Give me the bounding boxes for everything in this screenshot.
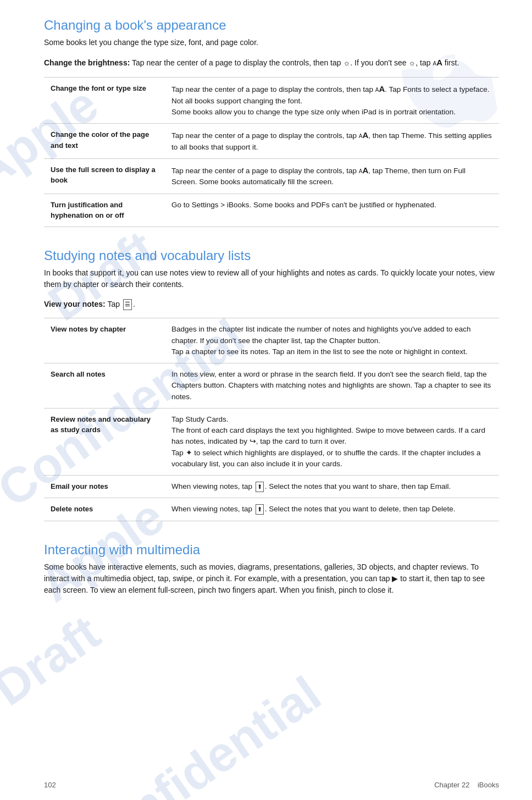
row-content: Tap near the center of a page to display… — [165, 158, 499, 194]
row-label: Email your notes — [44, 476, 165, 498]
brightness-label: Change the brightness: — [44, 58, 130, 67]
bookmark-icon: ☰ — [123, 299, 132, 310]
row-content: Tap near the center of a page to display… — [165, 78, 499, 124]
share-icon: ⬆ — [256, 482, 264, 492]
share-icon-2: ⬆ — [256, 504, 264, 515]
section2-title: Studying notes and vocabulary lists — [44, 247, 499, 264]
row-content: When viewing notes, tap ⬆. Select the no… — [165, 498, 499, 521]
page-number: 102 — [44, 781, 56, 789]
table-row: Turn justification and hyphenation on or… — [44, 194, 499, 227]
table-row: Search all notes In notes view, enter a … — [44, 363, 499, 409]
section2: Studying notes and vocabulary lists In b… — [44, 247, 499, 521]
section1-title: Changing a book's appearance — [44, 16, 499, 34]
chapter-name: iBooks — [478, 781, 499, 789]
row-content: Tap near the center of a page to display… — [165, 124, 499, 159]
section3: Interacting with multimedia Some books h… — [44, 541, 499, 596]
brightness-text: Tap near the center of a page to display… — [132, 58, 459, 67]
table-row: View notes by chapter Badges in the chap… — [44, 318, 499, 363]
view-notes-label: View your notes: — [44, 300, 106, 308]
table-row: Review notes and vocabulary as study car… — [44, 408, 499, 475]
row-label: View notes by chapter — [44, 318, 165, 363]
view-notes-text: Tap ☰. — [107, 300, 135, 308]
chapter-label: Chapter 22 — [434, 781, 469, 789]
row-label: Delete notes — [44, 498, 165, 521]
row-label: Change the color of the page and text — [44, 124, 165, 159]
section3-intro: Some books have interactive elements, su… — [44, 561, 499, 596]
row-label: Turn justification and hyphenation on or… — [44, 194, 165, 227]
row-label: Search all notes — [44, 363, 165, 409]
section2-table: View notes by chapter Badges in the chap… — [44, 318, 499, 521]
page-footer: 102 Chapter 22 iBooks — [0, 781, 532, 789]
table-row: Use the full screen to display a book Ta… — [44, 158, 499, 194]
row-label: Review notes and vocabulary as study car… — [44, 408, 165, 475]
table-row: Delete notes When viewing notes, tap ⬆. … — [44, 498, 499, 521]
row-label: Use the full screen to display a book — [44, 158, 165, 194]
section1-table: Change the font or type size Tap near th… — [44, 77, 499, 227]
page-container: Apple Draft Confidential Apple Draft Con… — [0, 0, 532, 800]
section1-intro: Some books let you change the type size,… — [44, 37, 499, 48]
section3-title: Interacting with multimedia — [44, 541, 499, 558]
table-row: Change the color of the page and text Ta… — [44, 124, 499, 159]
row-content: Tap Study Cards. The front of each card … — [165, 408, 499, 475]
row-content: Badges in the chapter list indicate the … — [165, 318, 499, 363]
row-content: In notes view, enter a word or phrase in… — [165, 363, 499, 409]
chapter-info: Chapter 22 iBooks — [434, 781, 499, 789]
section2-intro: In books that support it, you can use no… — [44, 267, 499, 290]
brightness-line: Change the brightness: Tap near the cent… — [44, 56, 499, 69]
view-notes-line: View your notes: Tap ☰. — [44, 298, 499, 310]
section1: Changing a book's appearance Some books … — [44, 16, 499, 227]
table-row: Change the font or type size Tap near th… — [44, 78, 499, 124]
watermark-6: Confidential — [64, 665, 331, 800]
row-content: Go to Settings > iBooks. Some books and … — [165, 194, 499, 227]
watermark-5: Draft — [0, 604, 110, 717]
table-row: Email your notes When viewing notes, tap… — [44, 476, 499, 498]
row-content: When viewing notes, tap ⬆. Select the no… — [165, 476, 499, 498]
row-label: Change the font or type size — [44, 78, 165, 124]
